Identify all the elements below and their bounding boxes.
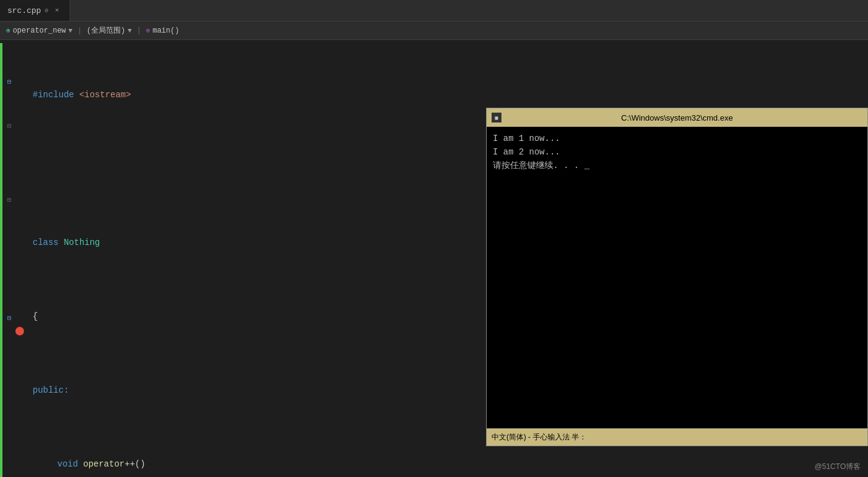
bp-line-3 (15, 73, 26, 87)
breadcrumb-sep1: | (78, 26, 82, 35)
bp-line-16 (15, 265, 26, 279)
collapse-main[interactable]: ⊟ (3, 310, 15, 325)
bp-line-20 (15, 324, 26, 339)
bp-line-2 (15, 58, 26, 73)
scope-label: (全局范围) (87, 25, 125, 36)
cmd-output-line-2: I am 2 now... (493, 145, 861, 159)
bp-line-17 (15, 279, 26, 294)
bp-line-4 (15, 87, 26, 102)
bp-line-1 (15, 43, 26, 58)
tab-close-button[interactable]: × (52, 6, 62, 15)
cmd-content[interactable]: I am 1 now... I am 2 now... 请按任意键继续. . .… (487, 127, 867, 428)
collapse-class[interactable]: ⊟ (3, 74, 15, 89)
code-line-1: #include <iostream> (33, 87, 862, 102)
cmd-title: C:\Windows\system32\cmd.exe (621, 113, 732, 122)
active-tab[interactable]: src.cpp ⊘ × (0, 0, 70, 21)
cmd-statusbar: 中文(简体) - 手心输入法 半： (487, 428, 867, 446)
breakpoint-gutter (15, 43, 26, 477)
cmd-ime-status: 中文(简体) - 手心输入法 半： (492, 432, 586, 443)
namespace-label: operator_new (13, 26, 66, 35)
breadcrumb-bar: ⊕ operator_new ▼ | (全局范围) ▼ | ⊕ main() (0, 22, 868, 40)
bp-line-11 (15, 191, 26, 206)
watermark: @51CTO博客 (814, 462, 861, 472)
cmd-window: ▦ C:\Windows\system32\cmd.exe I am 1 now… (486, 108, 868, 446)
tab-filename: src.cpp (7, 6, 41, 15)
function-breadcrumb[interactable]: ⊕ main() (146, 26, 179, 35)
namespace-breadcrumb[interactable]: ⊕ operator_new ▼ (6, 26, 73, 35)
bp-line-18 (15, 294, 26, 309)
cmd-output-line-1: I am 1 now... (493, 132, 861, 145)
bp-line-7 (15, 132, 26, 146)
breadcrumb-sep2: | (137, 26, 141, 35)
tab-bar: src.cpp ⊘ × (0, 0, 868, 22)
tab-pin-icon: ⊘ (45, 7, 49, 14)
code-line-6: void operator++() (33, 457, 862, 471)
cmd-icon: ▦ (492, 113, 501, 122)
collapse-method2[interactable]: ⊟ (3, 192, 15, 207)
green-indicator-bar (0, 43, 2, 477)
bp-line-9 (15, 161, 26, 176)
breakpoint-marker (15, 327, 24, 335)
bp-line-14 (15, 235, 26, 250)
bp-line-12 (15, 206, 26, 220)
collapse-markers: ⊟ ⊟ ⊟ ⊟ (3, 43, 15, 477)
cmd-titlebar: ▦ C:\Windows\system32\cmd.exe (487, 108, 867, 127)
bp-line-5 (15, 102, 26, 117)
bp-line-15 (15, 250, 26, 265)
cmd-output-line-3: 请按任意键继续. . . _ (493, 159, 861, 172)
bp-line-10 (15, 176, 26, 191)
bp-line-19 (15, 309, 26, 324)
line-gutter (0, 43, 3, 477)
collapse-method1[interactable]: ⊟ (3, 118, 15, 133)
scope-breadcrumb[interactable]: (全局范围) ▼ (87, 25, 132, 36)
function-label: main() (153, 26, 179, 35)
bp-line-13 (15, 220, 26, 235)
bp-line-6 (15, 117, 26, 132)
bp-line-8 (15, 146, 26, 161)
